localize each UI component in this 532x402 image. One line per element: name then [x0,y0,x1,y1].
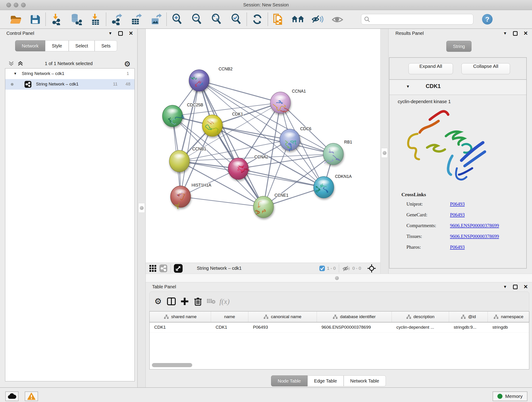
import-network-database-button[interactable] [66,12,86,27]
delete-column-icon[interactable] [191,295,205,308]
import-table-button[interactable] [86,12,105,27]
left-splitter-handle[interactable] [138,203,145,213]
panel-float-icon[interactable] [513,285,518,289]
collapse-all-button[interactable]: Collapse All [462,63,510,74]
hidden-eye-icon[interactable] [342,265,351,272]
close-window-icon[interactable] [6,3,11,7]
table-cell[interactable]: stringdb:9... [449,322,488,332]
tab-style[interactable]: Style [45,40,69,51]
horizontal-splitter[interactable] [146,274,532,282]
panel-collapse-icon[interactable]: ▼ [503,285,507,289]
network-edge[interactable] [181,80,199,197]
network-node-CCNB2[interactable] [189,70,209,91]
table-options-gear-icon[interactable]: ⚙ [152,295,165,308]
memory-button[interactable]: Memory [493,391,527,401]
clone-network-button[interactable] [268,12,288,27]
table-cell[interactable]: CDK1 [211,322,248,332]
apply-layout-button[interactable] [247,12,267,27]
column-header-database-identifier[interactable]: database identifier [317,312,392,322]
zoom-window-icon[interactable] [21,3,26,7]
column-header-name[interactable]: name [211,312,248,322]
network-edge[interactable] [179,103,280,161]
export-image-button[interactable] [146,12,166,27]
hide-glasses-button[interactable] [308,12,328,27]
gene-section-header[interactable]: ▼ CDK1 [389,80,526,95]
panel-float-icon[interactable] [118,31,123,36]
table-row[interactable]: CDK1CDK1P064939606.ENSP00000378699cyclin… [150,322,529,332]
search-box[interactable] [361,14,473,25]
network-node-CCNA1[interactable] [270,92,291,114]
network-edge[interactable] [199,80,333,154]
tab-node-table[interactable]: Node Table [271,375,307,386]
node-table[interactable]: shared namenamecanonical namedatabase id… [149,311,529,370]
help-button[interactable]: ? [482,14,493,25]
tab-edge-table[interactable]: Edge Table [307,375,344,386]
tab-network[interactable]: Network [15,40,45,51]
tab-sets[interactable]: Sets [95,40,117,51]
horizontal-scrollbar[interactable] [152,363,192,367]
table-cell[interactable]: P06493 [248,322,317,332]
network-node-CDC25B[interactable] [162,105,184,127]
network-node-CCNE1[interactable] [253,196,273,218]
selected-checkbox-icon[interactable] [319,265,325,271]
horizontal-splitter-handle[interactable] [335,276,339,280]
column-header-namespace[interactable]: namespace [488,312,530,322]
import-network-file-button[interactable] [46,12,66,27]
grid-view-icon[interactable] [149,264,157,272]
column-header-@id[interactable]: @id [449,312,488,322]
column-header-shared-name[interactable]: shared name [150,312,211,322]
left-splitter[interactable] [138,29,146,387]
network-node-CDK1[interactable] [202,115,222,136]
table-cell[interactable]: stringdb [488,322,530,332]
houses-button[interactable] [288,12,308,27]
network-node-HIST1H1A[interactable] [171,186,191,209]
network-edge[interactable] [199,80,280,103]
export-table-button[interactable] [127,12,146,27]
panel-collapse-icon[interactable]: ▼ [503,31,507,36]
export-network-button[interactable] [107,12,127,27]
crosslink-link[interactable]: P06493 [450,201,465,207]
section-expand-icon[interactable]: ▼ [406,84,410,89]
column-header-description[interactable]: description [392,312,449,322]
column-header-canonical-name[interactable]: canonical name [248,312,317,322]
search-input[interactable] [370,17,469,22]
panel-float-icon[interactable] [513,31,518,36]
network-node-CDKN1A[interactable] [314,177,334,198]
crosslink-link[interactable]: P06493 [450,244,465,250]
open-in-window-icon[interactable] [174,264,183,273]
tab-select[interactable]: Select [69,40,95,51]
network-edge[interactable] [181,197,264,207]
panel-close-icon[interactable]: ✕ [129,30,133,36]
table-cell[interactable]: CDK1 [150,322,211,332]
table-cell[interactable]: 9606.ENSP00000378699 [317,322,392,332]
birdseye-view-icon[interactable] [367,264,376,273]
save-session-button[interactable] [25,12,45,27]
crosslink-link[interactable]: 9606.ENSP00000378699 [450,234,499,239]
tab-network-table[interactable]: Network Table [344,375,386,386]
panel-close-icon[interactable]: ✕ [524,30,528,36]
tree-expand-icon[interactable]: ▼ [13,71,17,75]
show-eye-button[interactable] [328,12,347,27]
right-splitter-handle[interactable] [381,148,388,158]
add-column-icon[interactable] [178,295,191,308]
crosslink-link[interactable]: 9606.ENSP00000378699 [450,223,499,229]
minimize-window-icon[interactable] [14,3,18,7]
right-splitter[interactable] [380,29,389,274]
zoom-fit-button[interactable] [207,12,226,27]
network-node-CDC6[interactable] [280,129,300,151]
network-row-selected[interactable]: String Network – cdk1 11 48 [5,79,134,89]
zoom-out-button[interactable] [187,12,207,27]
zoom-in-button[interactable] [167,12,187,27]
panel-collapse-icon[interactable]: ▼ [108,31,112,36]
network-node-CCNA2[interactable] [228,158,249,179]
table-cell[interactable]: cyclin-dependent ... [392,322,449,332]
warning-button[interactable] [25,391,38,401]
network-node-CCNB1[interactable] [169,150,190,172]
open-session-button[interactable] [6,12,25,27]
panel-close-icon[interactable]: ✕ [524,284,528,290]
cloud-button[interactable] [5,391,19,401]
network-options-gear-icon[interactable]: ⚙ [124,60,131,68]
crosslink-link[interactable]: P06493 [450,212,465,218]
network-view[interactable]: CCNB2CCNA1CDC25BCDK1CDC6RB1CCNB1CCNA2CDK… [146,29,380,274]
tab-string[interactable]: String [446,41,472,52]
